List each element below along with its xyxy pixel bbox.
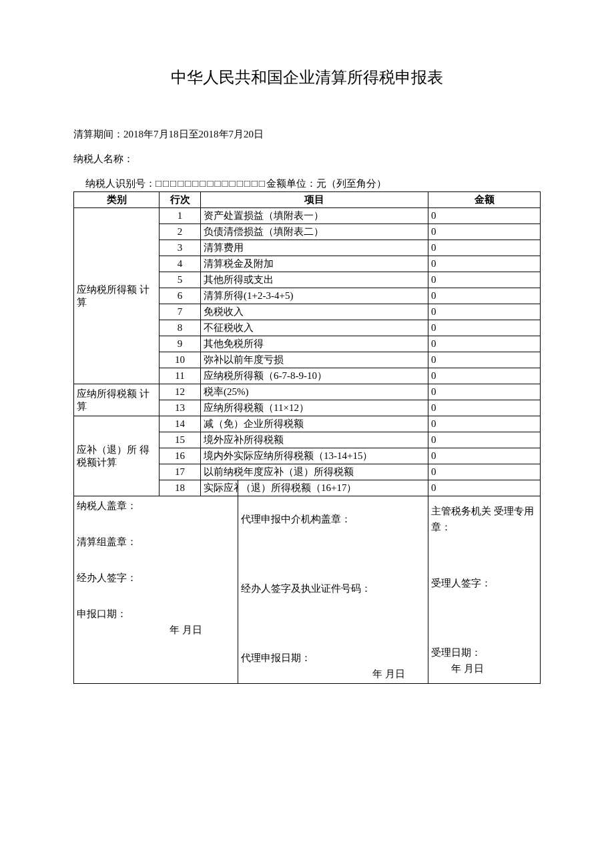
amount-cell: 0 — [428, 208, 541, 224]
row-number: 4 — [160, 256, 201, 272]
row-number: 18 — [160, 480, 201, 496]
row-number: 16 — [160, 448, 201, 464]
amount-cell: 0 — [428, 288, 541, 304]
item-cell: 弥补以前年度亏损 — [201, 352, 428, 368]
row-number: 11 — [160, 368, 201, 384]
category-cell: 应补（退）所 得税额计算 — [74, 416, 160, 496]
row-number: 2 — [160, 224, 201, 240]
agent-date-label: 代理申报日期： — [241, 650, 425, 666]
row-number: 15 — [160, 432, 201, 448]
agent-seal-label: 代理申报中介机构盖章： — [241, 511, 425, 527]
row-number: 17 — [160, 464, 201, 480]
header-amount: 金额 — [428, 192, 541, 208]
item-cell: 减（免）企业所得税额 — [201, 416, 428, 432]
period-value: 2018年7月18日至2018年7月20日 — [123, 129, 264, 139]
taxpayer-name-label: 纳税人名称： — [73, 153, 133, 164]
handler-sign-label: 经办人签字： — [77, 570, 235, 586]
row-number: 6 — [160, 288, 201, 304]
tax-declaration-table: 类别 行次 项目 金额 应纳税所得额 计算 1 资产处置损益（填附表一） 0 2… — [73, 191, 541, 684]
amount-cell: 0 — [428, 432, 541, 448]
amount-cell: 0 — [428, 272, 541, 288]
item-cell: 负债清偿损益（填附表二） — [201, 224, 428, 240]
header-category: 类别 — [74, 192, 160, 208]
footer-right-cell: 主管税务机关 受理专用章： 受理人签字： 受理日期： 年 月日 — [428, 496, 541, 684]
item-cell: 境外应补所得税额 — [201, 432, 428, 448]
item-cell: 清算所得(1+2-3-4+5) — [201, 288, 428, 304]
agent-date-value: 年 月日 — [241, 666, 425, 682]
liquidation-group-seal-label: 清算组盖章： — [77, 534, 235, 550]
acceptor-sign-label: 受理人签字： — [431, 575, 537, 591]
taxpayer-seal-label: 纳税人盖章： — [77, 498, 235, 514]
amount-cell: 0 — [428, 352, 541, 368]
row-number: 9 — [160, 336, 201, 352]
category-cell: 应纳税所得额 计算 — [74, 208, 160, 384]
declare-date-value: 年 月日 — [77, 622, 235, 638]
amount-unit-label: 金额单位：元（列至角分） — [266, 178, 386, 189]
footer-mid-cell: 代理申报中介机构盖章： 经办人签字及执业证件号码： 代理申报日期： 年 月日 — [238, 496, 428, 684]
amount-cell: 0 — [428, 240, 541, 256]
row-number: 5 — [160, 272, 201, 288]
amount-cell: 0 — [428, 224, 541, 240]
item-prefix-cell: 实际应补 — [201, 480, 238, 496]
accept-date-value: 年 月日 — [431, 661, 537, 677]
row-number: 14 — [160, 416, 201, 432]
table-header-row: 类别 行次 项目 金额 — [74, 192, 541, 208]
row-number: 7 — [160, 304, 201, 320]
amount-cell: 0 — [428, 336, 541, 352]
item-cell: 境内外实际应纳所得税额（13-14+15） — [201, 448, 428, 464]
item-cell: 其他免税所得 — [201, 336, 428, 352]
footer-left-cell: 纳税人盖章： 清算组盖章： 经办人签字： 申报口期： 年 月日 — [74, 496, 238, 684]
amount-cell: 0 — [428, 256, 541, 272]
item-cell: 其他所得或支出 — [201, 272, 428, 288]
item-cell: 应纳税所得额（6-7-8-9-10） — [201, 368, 428, 384]
amount-cell: 0 — [428, 448, 541, 464]
amount-cell: 0 — [428, 320, 541, 336]
row-number: 1 — [160, 208, 201, 224]
item-suffix-cell: （退）所得税额（16+17） — [238, 480, 428, 496]
row-number: 13 — [160, 400, 201, 416]
taxpayer-id-label: 纳税人识别号： — [85, 178, 156, 189]
page-title: 中华人民共和国企业清算所得税申报表 — [73, 67, 541, 88]
amount-cell: 0 — [428, 464, 541, 480]
agent-sign-label: 经办人签字及执业证件号码： — [241, 580, 425, 596]
category-cell: 应纳所得税额 计算 — [74, 384, 160, 416]
taxpayer-name-line: 纳税人名称： — [73, 153, 541, 165]
taxpayer-id-boxes: □□□□□□□□□□□□□□□ — [156, 178, 266, 189]
item-cell: 资产处置损益（填附表一） — [201, 208, 428, 224]
header-item: 项目 — [201, 192, 428, 208]
item-cell: 应纳所得税额（11×12） — [201, 400, 428, 416]
authority-seal-label: 主管税务机关 受理专用章： — [431, 503, 537, 535]
item-cell: 税率(25%) — [201, 384, 428, 400]
row-number: 8 — [160, 320, 201, 336]
item-cell: 免税收入 — [201, 304, 428, 320]
amount-cell: 0 — [428, 368, 541, 384]
footer-row: 纳税人盖章： 清算组盖章： 经办人签字： 申报口期： 年 月日 代理申报中介机构… — [74, 496, 541, 684]
amount-cell: 0 — [428, 416, 541, 432]
accept-date-label: 受理日期： — [431, 644, 537, 661]
row-number: 3 — [160, 240, 201, 256]
item-cell: 清算税金及附加 — [201, 256, 428, 272]
item-cell: 以前纳税年度应补（退）所得税额 — [201, 464, 428, 480]
amount-cell: 0 — [428, 400, 541, 416]
header-row: 行次 — [160, 192, 201, 208]
table-row: 应纳所得税额 计算 12 税率(25%) 0 — [74, 384, 541, 400]
item-cell: 清算费用 — [201, 240, 428, 256]
liquidation-period: 清算期间：2018年7月18日至2018年7月20日 — [73, 128, 541, 141]
amount-cell: 0 — [428, 480, 541, 496]
taxpayer-id-line: 纳税人识别号：□□□□□□□□□□□□□□□金额单位：元（列至角分） — [73, 177, 541, 190]
period-label: 清算期间： — [73, 129, 123, 139]
row-number: 12 — [160, 384, 201, 400]
row-number: 10 — [160, 352, 201, 368]
declare-date-label: 申报口期： — [77, 606, 235, 622]
item-cell: 不征税收入 — [201, 320, 428, 336]
amount-cell: 0 — [428, 304, 541, 320]
table-row: 应补（退）所 得税额计算 14 减（免）企业所得税额 0 — [74, 416, 541, 432]
table-row: 应纳税所得额 计算 1 资产处置损益（填附表一） 0 — [74, 208, 541, 224]
amount-cell: 0 — [428, 384, 541, 400]
